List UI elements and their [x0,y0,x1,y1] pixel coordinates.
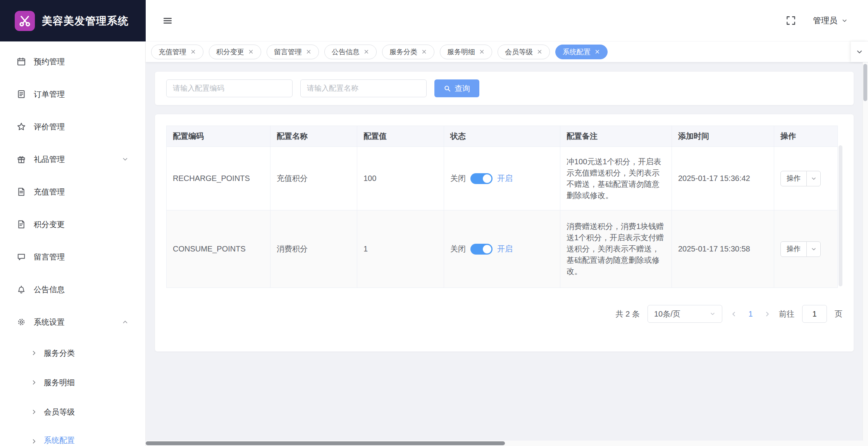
col-status: 状态 [444,126,560,147]
scrollbar-corner [863,441,868,446]
top-bar: 管理员 [146,0,868,41]
sidebar-item-orders[interactable]: 订单管理 [0,78,145,110]
close-icon[interactable] [306,49,312,55]
cell-remark: 冲100元送1个积分，开启表示充值赠送积分，关闭表示不赠送，基础配置请勿随意删除… [560,147,672,210]
goto-page-input[interactable] [802,305,827,323]
bell-icon [17,285,26,294]
sidebar-subitem-service-category[interactable]: 服务分类 [0,338,145,368]
filter-bar: 查询 [155,72,854,105]
chevron-down-icon [841,17,848,24]
app-title: 美容美发管理系统 [42,14,129,28]
sidebar-subitem-label: 系统配置 [44,435,75,446]
action-button-label: 操作 [781,171,806,186]
cell-actions: 操作 [774,147,838,210]
cell-time: 2025-01-17 15:36:42 [672,147,774,210]
sidebar-item-points-change[interactable]: 积分变更 [0,208,145,241]
sidebar-subitem-member-level[interactable]: 会员等级 [0,397,145,427]
config-name-input[interactable] [300,79,427,97]
switch-off-label: 关闭 [450,243,466,255]
sidebar-item-announcements[interactable]: 公告信息 [0,273,145,306]
sidebar-subitem-service-detail[interactable]: 服务明细 [0,368,145,397]
close-icon[interactable] [537,49,542,55]
tab-service-category[interactable]: 服务分类 [382,45,434,59]
close-icon[interactable] [248,49,254,55]
user-menu[interactable]: 管理员 [813,15,848,26]
tab-points-change[interactable]: 积分变更 [209,45,261,59]
status-toggle[interactable] [470,244,493,255]
calendar-icon [17,57,26,66]
tab-announcements[interactable]: 公告信息 [324,45,377,59]
sidebar-item-system-settings[interactable]: 系统设置 [0,306,145,338]
sidebar-collapse-icon[interactable] [162,15,173,26]
tab-label: 会员等级 [505,47,533,57]
close-icon[interactable] [190,49,196,55]
table-scrollbar[interactable] [839,145,842,286]
sidebar-item-label: 礼品管理 [34,154,65,165]
sidebar-subitem-label: 服务分类 [44,348,75,358]
sidebar-item-reviews[interactable]: 评价管理 [0,110,145,143]
cell-remark: 消费赠送积分，消费1块钱赠送1个积分，开启表示支付赠送积分，关闭表示不赠送，基础… [560,210,672,288]
switch-on-label: 开启 [497,173,513,184]
sidebar-item-label: 系统设置 [34,317,65,327]
sidebar-item-recharge[interactable]: 充值管理 [0,176,145,208]
close-icon[interactable] [594,49,600,55]
horizontal-scrollbar-thumb[interactable] [146,441,505,445]
fullscreen-icon[interactable] [786,15,796,26]
tab-recharge[interactable]: 充值管理 [151,45,203,59]
prev-page-button[interactable] [730,310,737,318]
close-icon[interactable] [479,49,485,55]
horizontal-scrollbar-track[interactable] [146,441,863,446]
vertical-scrollbar-thumb[interactable] [863,64,867,101]
chevron-down-icon[interactable] [806,242,820,257]
scissors-logo-icon [15,11,35,31]
tab-service-detail[interactable]: 服务明细 [440,45,492,59]
row-action-dropdown[interactable]: 操作 [780,171,821,186]
tab-member-level[interactable]: 会员等级 [498,45,550,59]
col-remark: 配置备注 [560,126,672,147]
vertical-scrollbar-track[interactable] [863,62,868,441]
sidebar-item-gifts[interactable]: 礼品管理 [0,143,145,176]
col-config-name: 配置名称 [270,126,357,147]
tabs-dropdown-button[interactable] [851,41,868,62]
order-icon [17,90,26,99]
close-icon[interactable] [421,49,427,55]
cell-status: 关闭 开启 [444,210,560,288]
tab-label: 服务明细 [447,47,475,57]
config-code-input[interactable] [166,79,293,97]
brand-header: 美容美发管理系统 [0,0,146,41]
sidebar-item-messages[interactable]: 留言管理 [0,241,145,273]
cell-name: 充值积分 [270,147,357,210]
document-icon [17,220,26,229]
sidebar-item-label: 充值管理 [34,187,65,197]
open-tabs-bar: 充值管理 积分变更 留言管理 公告信息 服务分类 服务明细 [146,41,868,62]
sidebar-subitem-system-config[interactable]: 系统配置 [0,427,145,446]
tab-label: 系统配置 [563,47,591,57]
page-number-1[interactable]: 1 [745,310,756,319]
row-action-dropdown[interactable]: 操作 [780,241,821,257]
chevron-down-icon[interactable] [806,171,820,186]
config-table: 配置编码 配置名称 配置值 状态 配置备注 添加时间 操作 RE [166,126,838,288]
chevron-down-icon [856,48,863,56]
config-table-card: 配置编码 配置名称 配置值 状态 配置备注 添加时间 操作 RE [155,114,854,351]
cell-name: 消费积分 [270,210,357,288]
main-area: 充值管理 积分变更 留言管理 公告信息 服务分类 服务明细 [146,41,868,446]
page-unit-label: 页 [835,309,842,319]
sidebar: 预约管理 订单管理 评价管理 礼品管理 充值管理 积分变更 留言管理 [0,41,146,446]
search-button[interactable]: 查询 [434,79,479,97]
chevron-right-icon [31,379,38,386]
next-page-button[interactable] [764,310,771,318]
sidebar-item-appointments[interactable]: 预约管理 [0,45,145,78]
tab-label: 公告信息 [332,47,360,57]
page-size-value: 10条/页 [654,309,680,319]
sidebar-item-label: 预约管理 [34,57,65,67]
tab-system-config[interactable]: 系统配置 [555,45,608,59]
search-icon [444,85,451,92]
cell-value: 100 [357,147,444,210]
document-icon [17,187,26,196]
close-icon[interactable] [363,49,369,55]
sidebar-item-label: 订单管理 [34,89,65,100]
action-button-label: 操作 [781,242,806,257]
status-toggle[interactable] [470,173,493,184]
page-size-select[interactable]: 10条/页 [648,305,722,323]
tab-messages[interactable]: 留言管理 [267,45,319,59]
